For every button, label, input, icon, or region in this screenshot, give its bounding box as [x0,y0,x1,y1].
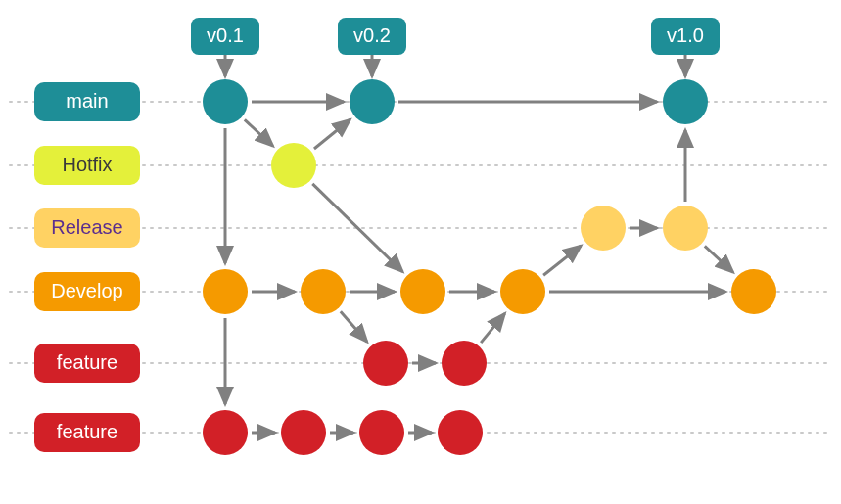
arrow-h1-to-d3 [312,184,402,272]
arrow-r2-to-d5 [705,246,733,272]
branch-label-develop: Develop [34,272,140,311]
branch-label-text-develop: Develop [51,280,122,301]
branch-label-feat2: feature [34,413,140,452]
branch-label-release: Release [34,208,140,248]
branch-label-text-feat1: feature [57,351,117,373]
arrow-h1-to-m2 [314,119,350,149]
arrow-d2-to-fA1 [341,311,367,342]
commit-fB1 [203,410,248,455]
git-branching-diagram: v0.1v0.2v1.0 mainHotfixReleaseDevelopfea… [0,0,841,504]
commit-d5 [731,269,776,314]
branch-label-feat1: feature [34,344,140,383]
commit-h1 [271,143,316,188]
commit-fA2 [442,341,487,386]
version-tag-text: v0.2 [353,24,391,46]
version-tag-text: v1.0 [667,24,704,46]
version-tag-v0-2: v0.2 [338,18,406,55]
version-tag-v1-0: v1.0 [651,18,720,55]
commit-r2 [663,206,708,251]
commit-m1 [203,79,248,124]
arrow-fA2-to-d4 [481,313,504,343]
version-tag-text: v0.1 [207,24,244,46]
version-tag-v0-1: v0.1 [191,18,259,55]
commit-fB4 [438,410,483,455]
commit-m3 [663,79,708,124]
arrow-m1-to-h1 [245,119,273,146]
branch-label-text-main: main [66,90,108,112]
commit-fA1 [363,341,408,386]
commits-layer [203,79,776,455]
arrow-d4-to-r1 [543,246,581,275]
commit-d3 [400,269,445,314]
commit-d2 [301,269,346,314]
commit-r1 [581,206,626,251]
commit-fB2 [281,410,326,455]
branch-label-main: main [34,82,140,121]
branch-label-hotfix: Hotfix [34,146,140,185]
branch-label-text-feat2: feature [57,421,117,442]
branch-label-text-release: Release [51,216,122,238]
commit-d1 [203,269,248,314]
branch-labels-layer: mainHotfixReleaseDevelopfeaturefeature [34,82,140,452]
branch-label-text-hotfix: Hotfix [62,154,112,175]
commit-fB3 [359,410,404,455]
commit-m2 [350,79,395,124]
commit-d4 [500,269,545,314]
version-tags-layer: v0.1v0.2v1.0 [191,18,720,55]
